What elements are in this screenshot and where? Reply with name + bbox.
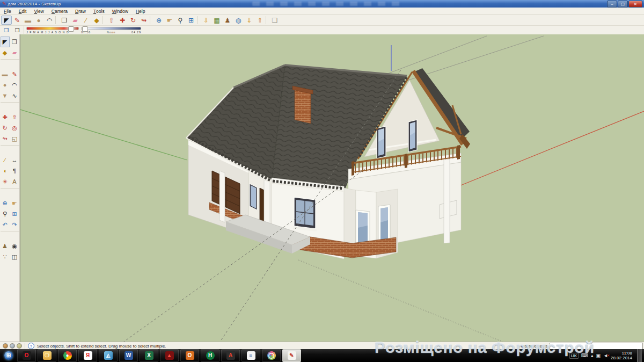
palette-separator[interactable] [1,59,19,62]
rotate-tool-button[interactable]: ↻ [128,16,138,25]
scale-tool[interactable]: ◱ [10,133,19,144]
shadow-date-slider[interactable]: J F M A M J J A S O N D [26,27,79,34]
credit-status-icon[interactable] [10,343,15,349]
push-pull-tool[interactable]: ⇧ [10,112,19,122]
taskbar-yandex[interactable]: Я [78,349,97,362]
toolbar-separator[interactable] [55,16,58,24]
palette-separator[interactable] [1,231,19,234]
start-button[interactable]: ⊞ [2,350,16,361]
push-pull-button[interactable]: ⇧ [106,16,117,25]
get-models-button[interactable]: ⇓ [244,16,254,25]
geolocation-status-icon[interactable] [3,343,8,349]
3d-text-tool[interactable]: A [10,176,19,187]
zoom-tool-button[interactable]: ⚲ [175,16,186,25]
pan-tool[interactable]: ☛ [10,198,19,208]
rectangle-tool[interactable]: ▬ [1,69,10,79]
shadow-time-slider[interactable]: 07:56 Noon 04:29 [81,27,141,34]
volume-muted-icon[interactable]: ◄ [603,353,608,358]
toggle-shadows-button[interactable]: ❒ [13,26,23,34]
taskbar-paint[interactable]: ◯ [262,349,281,362]
pan-tool-button[interactable]: ☛ [164,16,175,25]
network-icon[interactable]: ▣ [596,353,601,358]
palette-separator[interactable] [1,145,19,148]
orbit-tool-button[interactable]: ⊕ [153,16,164,25]
help-icon[interactable]: ? [28,343,34,349]
time-slider-track[interactable] [81,27,141,30]
zoom-extents-button[interactable]: ⊞ [186,16,196,25]
circle-tool-button[interactable]: ● [33,16,44,25]
photo-textures-button[interactable]: ♟ [222,16,233,25]
rectangle-tool-button[interactable]: ▬ [23,16,33,25]
move-tool-button[interactable]: ✚ [117,16,128,25]
toggle-terrain-button[interactable]: ▦ [211,16,222,25]
protractor-tool[interactable]: ◖ [1,165,10,176]
palette-separator[interactable] [1,102,19,105]
tape-measure-button[interactable]: ∕ [80,16,91,25]
model-status-icon[interactable] [17,343,22,349]
select-tool-button[interactable]: ◤ [1,16,12,25]
time-slider-handle[interactable] [82,26,88,32]
preview-in-google-earth-button[interactable]: ◍ [233,16,244,25]
date-slider-handle[interactable] [68,26,74,32]
zoom-tool[interactable]: ⚲ [1,208,10,219]
circle-tool[interactable]: ● [1,79,10,90]
paint-bucket-button[interactable]: ◆ [91,16,102,25]
follow-me-button[interactable]: ↬ [138,16,149,25]
look-around-tool[interactable]: ◉ [10,241,19,251]
next-view-tool[interactable]: ↷ [10,219,19,230]
arc-tool-button[interactable]: ◠ [44,16,55,25]
make-component-button[interactable]: ❒ [59,16,70,25]
move-tool[interactable]: ✚ [1,112,10,122]
arc-tool[interactable]: ◠ [10,79,19,90]
menu-tools[interactable]: Tools [90,8,108,15]
taskbar-autocad[interactable]: A [221,349,240,362]
taskbar-word[interactable]: W [119,349,138,362]
axes-tool[interactable]: ✳ [1,176,10,187]
shadow-settings-button[interactable]: ❐ [2,26,11,34]
taskbar-opera[interactable]: O [17,349,36,362]
select-tool[interactable]: ◤ [1,37,10,47]
warehouse-button[interactable]: ❏ [269,16,280,25]
show-desktop-button[interactable] [637,349,642,362]
taskbar-chrome[interactable]: ● [58,349,77,362]
toolbar-separator[interactable] [197,16,200,24]
show-hidden-icons[interactable]: ▴ [591,353,594,358]
position-camera-tool[interactable]: ♟ [1,241,10,251]
make-component-tool[interactable]: ❒ [10,37,19,47]
follow-me-tool[interactable]: ↬ [1,133,10,144]
maximize-button[interactable]: ▢ [618,1,628,8]
text-tool[interactable]: ¶ [10,165,19,176]
polygon-tool[interactable]: ▼ [1,90,10,101]
measurements-box[interactable] [550,343,643,350]
share-model-button[interactable]: ⇑ [254,16,265,25]
date-slider-track[interactable] [26,27,79,30]
offset-tool[interactable]: ◎ [10,122,19,133]
menu-view[interactable]: View [30,8,47,15]
eraser-tool-button[interactable]: ▰ [70,16,80,25]
line-tool-button[interactable]: ✎ [12,16,23,25]
dimension-tool[interactable]: ↔ [10,155,19,165]
menu-camera[interactable]: Camera [48,8,71,15]
taskbar-outlook[interactable]: O [180,349,199,362]
minimize-button[interactable]: – [607,1,617,8]
toolbar-separator[interactable] [266,16,269,24]
taskbar-sketchup-active[interactable]: ✎ [282,349,301,362]
menu-edit[interactable]: Edit [15,8,31,15]
taskbar-acrobat[interactable]: ▲ [160,349,179,362]
taskbar-excel[interactable]: X [140,349,158,362]
taskbar-explorer[interactable]: ❍ [38,349,56,362]
menu-window[interactable]: Window [108,8,132,15]
taskbar-notes[interactable]: ≡ [241,349,260,362]
close-button[interactable]: ✕ [628,1,642,8]
previous-view-tool[interactable]: ↶ [1,219,10,230]
line-tool[interactable]: ✎ [10,69,19,79]
clock[interactable]: 11:08 28.02.2014 [611,351,634,360]
zoom-extents-tool[interactable]: ⊞ [10,208,19,219]
paint-bucket-tool[interactable]: ◆ [1,47,10,58]
toolbar-separator[interactable] [150,16,153,24]
menu-file[interactable]: File [0,8,15,15]
toolbar-separator[interactable] [103,16,106,24]
rotate-tool[interactable]: ↻ [1,122,10,133]
menu-help[interactable]: Help [132,8,149,15]
eraser-tool[interactable]: ▰ [10,47,19,58]
